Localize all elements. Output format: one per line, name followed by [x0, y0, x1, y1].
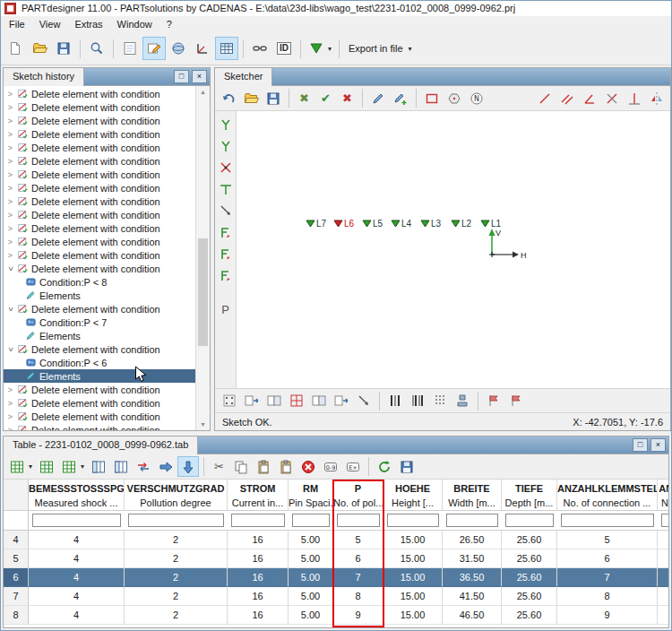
edit-sketch-icon[interactable] — [367, 88, 389, 108]
table-cell[interactable]: 8 — [557, 587, 658, 606]
export-in-file-button[interactable]: Export in file▾ — [344, 37, 415, 60]
table-cell[interactable]: 5.00 — [289, 606, 333, 625]
cross-line-tool-icon[interactable] — [601, 88, 623, 108]
paste-special-icon[interactable] — [275, 456, 297, 477]
table-cell[interactable]: 25.60 — [502, 568, 557, 587]
table-cell[interactable]: 5.00 — [289, 531, 333, 549]
table-menu-icon[interactable]: ▾ — [6, 456, 35, 477]
table-cell[interactable]: 2 — [125, 531, 228, 549]
filter-input-p[interactable] — [337, 514, 380, 527]
cancel-icon[interactable]: ✖ — [337, 88, 358, 108]
table-row[interactable]: 542165.00615.0031.5025.606 — [4, 549, 668, 568]
export-arrow-icon[interactable]: ▾ — [306, 37, 334, 60]
tree-item[interactable]: >Delete element with condition — [4, 396, 196, 410]
table-cell[interactable]: 5 — [557, 531, 658, 549]
parallel-line-tool-icon[interactable] — [556, 88, 578, 108]
sketch-label-l4[interactable]: L4 — [391, 219, 411, 229]
filter-input-tiefe[interactable] — [505, 514, 554, 527]
tree-item[interactable]: >Delete element with condition — [4, 248, 196, 262]
restore-button[interactable]: □ — [174, 70, 189, 83]
pattern-bars-icon[interactable] — [407, 391, 428, 411]
cut-icon[interactable]: ✂ — [209, 456, 229, 477]
chevron-right-icon[interactable]: > — [6, 385, 14, 394]
grid-copy-icon[interactable] — [308, 391, 330, 411]
filter-input-strom[interactable] — [231, 514, 285, 527]
pattern-book-icon[interactable] — [384, 391, 406, 411]
chevron-right-icon[interactable]: > — [6, 143, 14, 152]
table-cell[interactable]: 5.00 — [289, 549, 333, 568]
table-cell[interactable]: 2 — [125, 606, 228, 625]
link-icon[interactable] — [248, 37, 271, 60]
tree-item[interactable]: >Delete element with condition — [4, 181, 196, 194]
save-icon[interactable] — [396, 456, 418, 477]
menu-file[interactable]: File — [2, 17, 32, 31]
point-branch-up-icon[interactable] — [216, 115, 236, 134]
table-cell[interactable]: 4 — [29, 549, 125, 568]
tree-item[interactable]: >Delete element with condition — [4, 302, 196, 316]
tree-item[interactable]: >Delete element with condition — [4, 410, 196, 423]
chevron-right-icon[interactable]: > — [6, 170, 14, 179]
table-row[interactable]: 742165.00815.0041.5025.608 — [4, 587, 668, 606]
table-cell[interactable]: 5 — [333, 531, 383, 549]
scroll-up-icon[interactable]: ▲ — [196, 86, 210, 98]
table-reorder-icon[interactable] — [110, 456, 132, 477]
table-cell[interactable]: 2 — [125, 587, 228, 606]
tree-item[interactable]: >Delete element with condition — [4, 221, 196, 235]
tree-child-condition[interactable]: Condition:P < 6 — [4, 356, 196, 369]
sketch-label-l2[interactable]: L2 — [451, 219, 471, 229]
table-new-icon[interactable] — [36, 456, 57, 477]
transfer-right-icon[interactable] — [155, 456, 177, 477]
chevron-right-icon[interactable]: > — [6, 224, 14, 233]
table-cell[interactable]: 25.60 — [502, 606, 557, 625]
table-cell[interactable]: 2 — [125, 568, 228, 587]
chevron-down-icon[interactable]: > — [6, 345, 15, 353]
chevron-right-icon[interactable]: > — [6, 90, 14, 99]
tree-child-condition[interactable]: Condition:P < 8 — [4, 275, 196, 289]
tree-item[interactable]: >Delete element with condition — [4, 235, 196, 248]
table-add-icon[interactable]: ▾ — [58, 456, 87, 477]
flag-b-icon[interactable] — [505, 391, 527, 411]
grid-cut-icon[interactable] — [241, 391, 263, 411]
point-p-icon[interactable]: P — [216, 299, 236, 319]
tree-item[interactable]: >Delete element with condition — [4, 141, 196, 154]
point-direction-icon[interactable] — [216, 201, 236, 220]
new-document-icon[interactable] — [4, 37, 27, 60]
perpendicular-tool-icon[interactable] — [624, 88, 645, 108]
rect-tool-icon[interactable] — [421, 88, 443, 108]
filter-input-bemessstossspg[interactable] — [32, 514, 121, 527]
sketch-label-l7[interactable]: L7 — [306, 219, 326, 229]
chevron-right-icon[interactable]: > — [6, 399, 14, 408]
scroll-down-icon[interactable]: ▼ — [196, 419, 210, 430]
table-cell[interactable]: 8 — [333, 587, 383, 606]
chevron-right-icon[interactable]: > — [6, 251, 14, 260]
table-cell[interactable]: 4 — [29, 587, 125, 606]
grid-red-icon[interactable] — [286, 391, 307, 411]
delete-row-icon[interactable] — [297, 456, 319, 477]
table-cell[interactable]: 25.60 — [502, 549, 557, 568]
grid-points-icon[interactable] — [219, 391, 240, 411]
scroll-thumb[interactable] — [198, 238, 208, 346]
table-cell[interactable] — [658, 531, 668, 549]
table-cell[interactable]: 4 — [29, 606, 125, 625]
row-header-cell[interactable]: 6 — [4, 568, 29, 587]
save-icon[interactable] — [52, 37, 75, 60]
tree-item[interactable]: >Delete element with condition — [4, 114, 196, 127]
digit-filter-icon[interactable] — [320, 456, 341, 477]
save-icon[interactable] — [263, 88, 284, 108]
expression-filter-icon[interactable] — [342, 456, 364, 477]
table-cell[interactable] — [658, 606, 668, 625]
table-panel-tab[interactable]: Table - 2231-0102_0008_0999-0962.tab — [3, 436, 198, 454]
chevron-right-icon[interactable]: > — [6, 426, 14, 431]
refresh-icon[interactable] — [374, 456, 395, 477]
flag-a-icon[interactable] — [483, 391, 504, 411]
column-header-breite[interactable]: BREITE — [443, 480, 502, 497]
table-cell[interactable]: 25.60 — [502, 531, 557, 549]
page-view-icon[interactable] — [118, 37, 142, 60]
tree-child-elements[interactable]: Elements — [4, 289, 196, 302]
swap-values-icon[interactable] — [133, 456, 154, 477]
pattern-dotted-icon[interactable] — [429, 391, 451, 411]
table-cell[interactable]: 9 — [333, 606, 383, 625]
point-tangent-icon[interactable] — [216, 179, 236, 199]
id-label-icon[interactable]: ID — [272, 37, 296, 60]
table-cell[interactable]: 6 — [333, 549, 383, 568]
